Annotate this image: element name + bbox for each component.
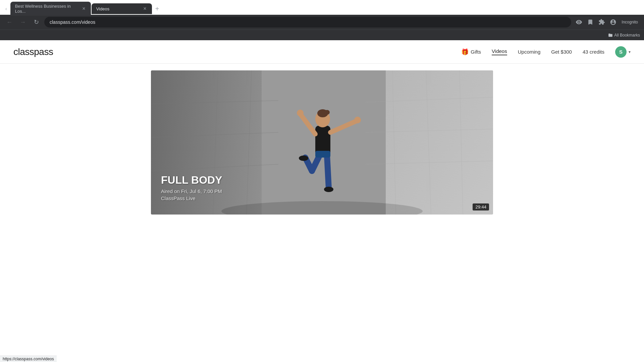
status-bar: https://classpass.com/videos (0, 356, 57, 362)
chevron-down-icon: ▾ (629, 50, 631, 54)
tab-2-close[interactable]: × (143, 5, 147, 12)
svg-line-27 (327, 156, 329, 188)
svg-point-23 (297, 110, 304, 116)
hero-image: FULL BODY Aired on Fri, Jul 6, 7:00 PM C… (151, 70, 493, 215)
tab-bar: ‹ Best Wellness Businesses in Los... × V… (0, 0, 644, 15)
nav-gifts[interactable]: 🎁 Gifts (461, 48, 481, 56)
credits-button[interactable]: 43 credits (583, 49, 604, 55)
bookmark-button[interactable] (585, 17, 595, 27)
hero-section: FULL BODY Aired on Fri, Jul 6, 7:00 PM C… (0, 64, 644, 221)
nav-videos-label: Videos (492, 48, 507, 54)
tab-2[interactable]: Videos × (92, 3, 152, 14)
svg-marker-2 (369, 70, 493, 215)
svg-point-24 (354, 117, 361, 123)
hero-title: FULL BODY (161, 174, 222, 186)
bookmarks-label-text: All Bookmarks (614, 33, 640, 38)
tab-scroll-left[interactable]: ‹ (3, 5, 10, 13)
nav-upcoming[interactable]: Upcoming (518, 49, 541, 55)
profile-icon (610, 19, 616, 25)
nav-videos[interactable]: Videos (492, 48, 507, 55)
forward-button[interactable]: → (17, 17, 28, 27)
incognito-icon (576, 19, 582, 25)
bookmarks-bar: All Bookmarks (0, 29, 644, 40)
profile-button[interactable] (608, 17, 618, 27)
page-content: classpass 🎁 Gifts Videos Upcoming Get $3… (0, 40, 644, 362)
hero-provider: ClassPass Live (161, 195, 222, 201)
hero-carousel[interactable]: FULL BODY Aired on Fri, Jul 6, 7:00 PM C… (151, 70, 493, 215)
user-menu[interactable]: S ▾ (615, 46, 631, 58)
svg-point-28 (324, 187, 333, 192)
svg-point-29 (299, 156, 308, 161)
address-bar-icons: Incognito (574, 17, 640, 27)
extensions-icon (598, 19, 605, 25)
extensions-button[interactable] (597, 17, 607, 27)
tab-1[interactable]: Best Wellness Businesses in Los... × (10, 2, 91, 16)
site-header: classpass 🎁 Gifts Videos Upcoming Get $3… (0, 40, 644, 64)
bookmark-icon (587, 19, 594, 25)
svg-point-20 (324, 110, 330, 115)
address-bar-row: ← → ↻ (0, 15, 644, 29)
tab-1-close[interactable]: × (82, 5, 86, 12)
incognito-mode-label: Incognito (620, 17, 640, 27)
nav-upcoming-label: Upcoming (518, 49, 541, 55)
nav-gifts-label: Gifts (471, 49, 481, 55)
classpass-logo[interactable]: classpass (13, 47, 53, 57)
all-bookmarks-link[interactable]: All Bookmarks (608, 33, 640, 38)
back-button[interactable]: ← (4, 17, 15, 27)
reload-button[interactable]: ↻ (31, 17, 42, 27)
browser-chrome: ‹ Best Wellness Businesses in Los... × V… (0, 0, 644, 40)
svg-rect-30 (315, 151, 330, 158)
hero-duration: 29:44 (473, 203, 489, 210)
tab-1-label: Best Wellness Businesses in Los... (15, 4, 79, 14)
new-tab-button[interactable]: + (153, 4, 162, 14)
address-input[interactable] (44, 17, 571, 27)
hero-overlay: FULL BODY Aired on Fri, Jul 6, 7:00 PM C… (161, 174, 222, 201)
nav-get300[interactable]: Get $300 (551, 49, 572, 55)
gift-icon: 🎁 (461, 48, 469, 56)
hero-aired: Aired on Fri, Jul 6, 7:00 PM (161, 188, 222, 194)
incognito-button[interactable] (574, 17, 584, 27)
main-nav: 🎁 Gifts Videos Upcoming Get $300 43 cred… (461, 46, 631, 58)
bookmarks-folder-icon (608, 33, 613, 38)
nav-get300-label: Get $300 (551, 49, 572, 55)
user-avatar: S (615, 46, 627, 58)
status-url: https://classpass.com/videos (3, 357, 54, 361)
tab-2-label: Videos (96, 6, 110, 11)
